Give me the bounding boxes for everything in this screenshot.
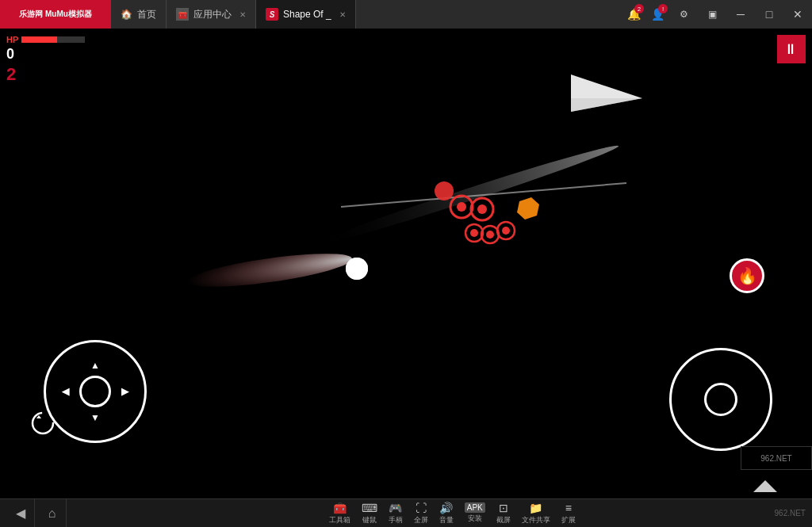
level-display: 2	[6, 64, 85, 85]
svg-point-14	[346, 258, 368, 280]
tab-game-label: Shape Of _	[283, 9, 331, 20]
tab-game-close[interactable]: ✕	[339, 10, 346, 19]
svg-point-9	[470, 229, 478, 237]
volume-btn[interactable]: 🔊 音量	[435, 500, 458, 527]
svg-point-10	[481, 226, 499, 243]
toolbox-icon: 🧰	[176, 8, 189, 21]
screenshot-btn[interactable]: ⊡ 截屏	[492, 500, 515, 527]
toolbar-right: 962.NET	[775, 509, 806, 517]
refresh-btn[interactable]	[30, 411, 56, 439]
joystick-inner-container: ▲ ▼ ◀ ▶	[79, 376, 111, 407]
nav-buttons: ◀ ⌂	[6, 499, 67, 528]
title-bar: 乐游网 MuMu模拟器 🏠 首页 🧰 应用中心 ✕ S Shape Of _ ✕…	[0, 0, 812, 29]
tab-appstore-label: 应用中心	[193, 8, 232, 21]
tab-home-label: 首页	[137, 8, 156, 21]
pause-icon: ⏸	[783, 41, 799, 58]
screenshot-label: 截屏	[496, 515, 511, 525]
svg-point-12	[497, 222, 515, 239]
install-btn[interactable]: APK 安装	[460, 500, 490, 527]
more-label: 扩展	[561, 515, 576, 525]
svg-point-2	[186, 247, 354, 294]
logo-text: 乐游网 MuMu模拟器	[19, 9, 92, 20]
file-share-icon: 📁	[529, 502, 542, 514]
home-icon: 🏠	[121, 9, 132, 20]
right-joystick-center	[704, 383, 737, 416]
close-btn[interactable]: ✕	[783, 0, 812, 29]
minimize-btn[interactable]: ─	[726, 0, 755, 29]
home-nav-btn[interactable]: ⌂	[38, 499, 67, 528]
toolbox-btn[interactable]: 🧰 工具箱	[324, 500, 355, 527]
hp-bar-bg	[21, 36, 85, 43]
toolbox-icon-btn: 🧰	[333, 502, 347, 514]
keyboard-btn[interactable]: ⌨ 键鼠	[357, 500, 382, 527]
more-btn[interactable]: ≡ 扩展	[557, 500, 580, 527]
gamepad-btn[interactable]: 🎮 手柄	[384, 500, 408, 527]
watermark-text: 962.NET	[760, 454, 791, 463]
tool-buttons: 🧰 工具箱 ⌨ 键鼠 🎮 手柄 ⛶ 全屏 🔊 音量 APK 安装 ⊡ 截屏 📁	[324, 500, 580, 527]
game-area[interactable]: HP 0 2 ⏸ 🔥 ▲ ▼ ◀ ▶ 96	[0, 29, 812, 498]
profile-btn[interactable]: 👤 !	[645, 0, 669, 29]
file-share-btn[interactable]: 📁 文件共享	[517, 500, 555, 527]
left-joystick[interactable]: ▲ ▼ ◀ ▶	[44, 340, 147, 443]
svg-point-4	[450, 196, 473, 218]
hp-bar-container: HP	[6, 35, 85, 44]
svg-point-3	[435, 181, 454, 200]
record-btn[interactable]: ▣	[698, 0, 726, 29]
fire-icon: 🔥	[737, 266, 757, 285]
svg-point-8	[465, 224, 483, 242]
svg-marker-19	[753, 480, 777, 492]
hp-bar-fill	[21, 36, 57, 43]
tab-appstore[interactable]: 🧰 应用中心 ✕	[167, 0, 256, 29]
notification-btn[interactable]: 🔔 2	[622, 0, 645, 29]
fire-powerup[interactable]: 🔥	[730, 258, 764, 293]
screenshot-icon: ⊡	[499, 502, 508, 514]
install-label: 安装	[468, 514, 482, 524]
svg-point-11	[486, 231, 494, 239]
svg-point-5	[457, 202, 466, 212]
right-joystick[interactable]	[669, 348, 772, 451]
svg-point-20	[33, 413, 53, 433]
toolbox-label: 工具箱	[329, 515, 350, 525]
svg-point-13	[502, 227, 510, 235]
toolbar-watermark: 962.NET	[775, 509, 806, 517]
window-controls: 🔔 2 👤 ! ⚙ ▣ ─ □ ✕	[622, 0, 812, 29]
joy-arrow-up: ▲	[90, 360, 100, 371]
pause-button[interactable]: ⏸	[777, 35, 806, 63]
more-icon: ≡	[565, 502, 572, 514]
joy-arrow-down: ▼	[90, 412, 100, 423]
file-share-label: 文件共享	[522, 515, 550, 525]
settings-btn[interactable]: ⚙	[669, 0, 698, 29]
apk-icon: APK	[465, 502, 485, 513]
joy-arrow-left: ◀	[62, 386, 69, 397]
game-tab-icon: S	[266, 8, 278, 21]
keyboard-label: 键鼠	[362, 515, 377, 525]
refresh-icon	[30, 411, 56, 436]
volume-label: 音量	[439, 515, 454, 525]
hp-label: HP	[6, 35, 18, 44]
logo-area: 乐游网 MuMu模拟器	[0, 0, 111, 29]
notif-badge: 2	[634, 4, 644, 13]
hud: HP 0 2	[6, 35, 85, 85]
volume-icon: 🔊	[439, 502, 453, 514]
svg-line-1	[341, 183, 626, 207]
joy-arrow-right: ▶	[121, 386, 128, 397]
tab-home[interactable]: 🏠 首页	[111, 0, 167, 29]
gamepad-icon: 🎮	[389, 502, 402, 514]
svg-point-15	[346, 258, 368, 280]
maximize-btn[interactable]: □	[755, 0, 783, 29]
svg-marker-18	[571, 98, 642, 112]
bottom-toolbar: ◀ ⌂ 🧰 工具箱 ⌨ 键鼠 🎮 手柄 ⛶ 全屏 🔊 音量 APK 安装 ⊡	[0, 498, 812, 527]
joystick-center	[79, 376, 111, 407]
fullscreen-label: 全屏	[414, 515, 428, 525]
keyboard-icon: ⌨	[362, 502, 377, 514]
fullscreen-icon: ⛶	[416, 502, 427, 514]
fullscreen-btn[interactable]: ⛶ 全屏	[409, 500, 433, 527]
svg-marker-17	[571, 74, 642, 112]
back-btn[interactable]: ◀	[6, 499, 35, 528]
svg-point-6	[471, 198, 493, 220]
tab-game[interactable]: S Shape Of _ ✕	[256, 0, 356, 29]
gamepad-label: 手柄	[389, 515, 403, 525]
tab-appstore-close[interactable]: ✕	[239, 10, 246, 19]
watermark: 962.NET	[741, 446, 812, 470]
profile-badge: !	[658, 4, 668, 13]
